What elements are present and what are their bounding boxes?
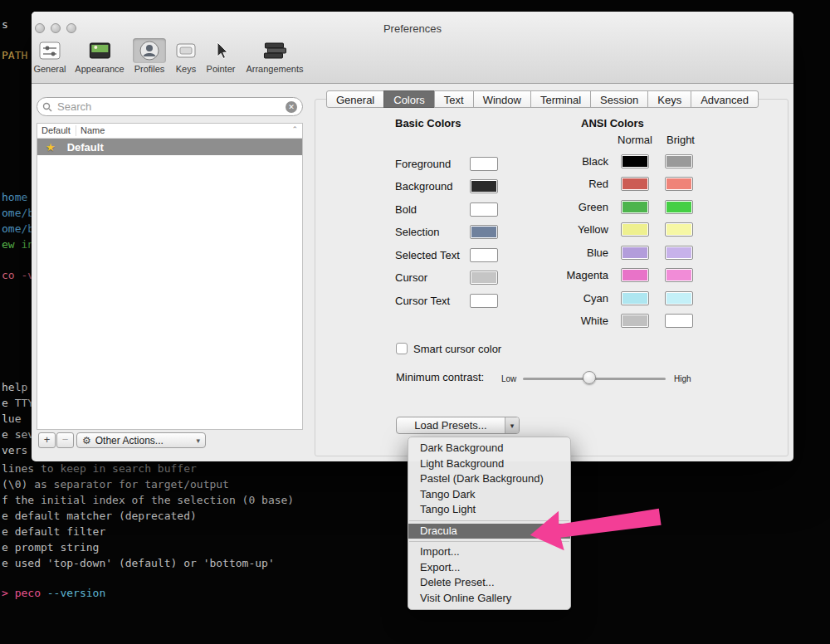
toolbar-item-profiles[interactable]: Profiles [133, 38, 166, 74]
selection-color-well[interactable] [470, 225, 498, 239]
search-input[interactable] [56, 100, 286, 114]
basic-color-row: Selection [395, 224, 498, 240]
remove-profile-button[interactable]: − [56, 432, 74, 448]
clear-search-icon[interactable]: ✕ [286, 101, 297, 113]
appearance-icon [83, 38, 116, 63]
terminal-text-line: lines to keep in search buffer [2, 462, 197, 475]
menu-item-export[interactable]: Export... [408, 560, 570, 576]
basic-color-row: Cursor [395, 270, 498, 285]
toolbar-item-appearance[interactable]: Appearance [75, 38, 124, 74]
terminal-text-line: e used 'top-down' (default) or 'bottom-u… [2, 557, 275, 569]
star-icon: ★ [46, 141, 56, 154]
menu-item-dark-background[interactable]: Dark Background [408, 441, 570, 456]
selected-text-color-well[interactable] [470, 248, 498, 262]
tab-keys[interactable]: Keys [647, 90, 691, 108]
ansi-blue-normal-well[interactable] [621, 246, 649, 260]
ansi-blue-bright-well[interactable] [665, 246, 693, 260]
column-header-name[interactable]: Name [81, 125, 105, 135]
ansi-white-bright-well[interactable] [665, 314, 693, 328]
color-label: Foreground [395, 158, 470, 170]
ansi-magenta-bright-well[interactable] [665, 268, 693, 282]
ansi-color-row: Cyan [521, 290, 709, 306]
other-actions-button[interactable]: ⚙ Other Actions... ▾ [76, 432, 206, 448]
ansi-green-normal-well[interactable] [621, 200, 649, 214]
pointer-icon [204, 38, 237, 63]
color-label: Yellow [521, 223, 608, 236]
profile-row-default[interactable]: ★ Default [37, 139, 302, 155]
add-profile-button[interactable]: + [38, 432, 56, 448]
ansi-yellow-bright-well[interactable] [665, 222, 693, 237]
terminal-prompt-line: > peco --version [2, 587, 105, 599]
tab-advanced[interactable]: Advanced [691, 90, 759, 108]
ansi-yellow-normal-well[interactable] [621, 222, 649, 237]
minimum-contrast-label: Minimum contrast: [396, 371, 484, 383]
bold-color-well[interactable] [470, 202, 498, 217]
ansi-color-row: Magenta [521, 267, 709, 283]
sort-indicator-icon: ⌃ [291, 125, 298, 134]
ansi-red-normal-well[interactable] [621, 177, 649, 191]
cursor-color-well[interactable] [470, 271, 498, 285]
chevron-down-icon: ▾ [196, 437, 200, 445]
menu-item-light-background[interactable]: Light Background [408, 456, 570, 472]
tab-general[interactable]: General [326, 90, 384, 108]
profiles-table-header[interactable]: Default Name ⌃ [37, 124, 302, 139]
tab-terminal[interactable]: Terminal [530, 90, 591, 108]
tab-text[interactable]: Text [434, 90, 474, 108]
smart-cursor-checkbox[interactable] [396, 343, 408, 354]
color-label: Cursor Text [395, 295, 470, 307]
profile-tabs: General Colors Text Window Terminal Sess… [326, 90, 759, 108]
terminal-text-line: e sev [2, 428, 34, 441]
tab-session[interactable]: Session [590, 90, 648, 108]
ansi-red-bright-well[interactable] [665, 177, 693, 191]
tab-window[interactable]: Window [473, 90, 531, 108]
menu-item-delete-preset[interactable]: Delete Preset... [408, 575, 570, 591]
ansi-black-bright-well[interactable] [665, 154, 693, 168]
ansi-color-row: Red [521, 176, 709, 192]
foreground-color-well[interactable] [470, 157, 498, 171]
terminal-text-line: (\0) as separator for target/output [2, 478, 229, 490]
slider-low-label: Low [501, 374, 516, 383]
background-color-well[interactable] [470, 179, 498, 193]
toolbar-label: Profiles [134, 64, 165, 74]
terminal-text-line: ew in [2, 238, 34, 251]
prompt-command: > peco [2, 587, 47, 599]
ansi-magenta-normal-well[interactable] [621, 268, 649, 282]
toolbar-label: Keys [176, 64, 196, 74]
column-header-default[interactable]: Default [42, 125, 71, 135]
chevron-down-icon[interactable]: ▾ [505, 417, 519, 433]
ansi-cyan-normal-well[interactable] [621, 291, 649, 305]
menu-item-pastel-dark-background[interactable]: Pastel (Dark Background) [408, 471, 570, 487]
basic-color-row: Selected Text [395, 247, 498, 263]
ansi-white-normal-well[interactable] [621, 314, 649, 328]
ansi-cyan-bright-well[interactable] [665, 291, 693, 305]
profile-search-field: ✕ [37, 97, 303, 116]
terminal-text-line: f the initial index of the selection (0 … [2, 494, 294, 506]
toolbar-item-keys[interactable]: Keys [169, 38, 203, 74]
toolbar-item-arrangements[interactable]: Arrangements [246, 38, 303, 74]
annotation-arrow-icon [521, 496, 666, 556]
normal-column-header: Normal [615, 134, 655, 146]
window-titlebar[interactable]: Preferences General Appearance Profiles … [32, 12, 793, 84]
terminal-text-line: e TTY [2, 397, 34, 409]
toolbar-item-general[interactable]: General [33, 38, 66, 74]
terminal-text-line: s [2, 18, 8, 31]
toolbar-item-pointer[interactable]: Pointer [204, 38, 237, 74]
tab-colors[interactable]: Colors [383, 90, 435, 108]
contrast-slider-thumb[interactable] [583, 371, 596, 384]
load-presets-button[interactable]: Load Presets... ▾ [396, 417, 520, 434]
ansi-color-row: Blue [521, 245, 709, 261]
ansi-black-normal-well[interactable] [621, 154, 649, 168]
toolbar-label: Appearance [75, 64, 124, 74]
cursor-text-color-well[interactable] [470, 294, 498, 308]
smart-cursor-label: Smart cursor color [413, 343, 501, 355]
terminal-text-line: e prompt string [2, 541, 99, 554]
window-title: Preferences [32, 22, 793, 35]
search-icon [42, 102, 52, 112]
menu-item-visit-online-gallery[interactable]: Visit Online Gallery [408, 591, 570, 607]
color-label: Blue [521, 246, 608, 259]
basic-colors-title: Basic Colors [395, 117, 461, 129]
ansi-green-bright-well[interactable] [665, 200, 693, 214]
color-label: Black [521, 155, 608, 168]
load-presets-label: Load Presets... [397, 419, 505, 432]
terminal-text-line: e default matcher (deprecated) [2, 510, 197, 522]
